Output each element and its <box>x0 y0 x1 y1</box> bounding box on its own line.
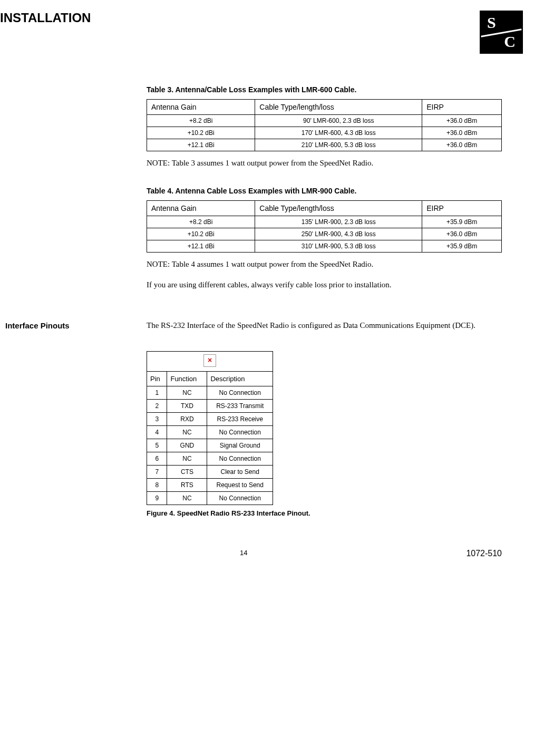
cell: 7 <box>147 466 167 479</box>
col-header: Description <box>207 372 273 386</box>
company-logo: S C <box>480 11 523 54</box>
cell: TXD <box>167 400 207 413</box>
document-number: 1072-510 <box>466 549 502 558</box>
cell: 250' LMR-900, 4.3 dB loss <box>255 228 422 240</box>
table-header-row: Antenna Gain Cable Type/length/loss EIRP <box>147 201 502 216</box>
broken-image-icon <box>203 354 216 367</box>
page-title: INSTALLATION <box>0 11 91 25</box>
table3: Antenna Gain Cable Type/length/loss EIRP… <box>147 99 502 151</box>
cell: 1 <box>147 386 167 400</box>
cell: +36.0 dBm <box>422 228 502 240</box>
cell: +8.2 dBi <box>147 216 255 228</box>
table-row: 7 CTS Clear to Send <box>147 466 273 479</box>
table-row: +8.2 dBi 90' LMR-600, 2.3 dB loss +36.0 … <box>147 115 502 127</box>
pinouts-intro: The RS-232 Interface of the SpeedNet Rad… <box>147 321 502 330</box>
cell: 170' LMR-600, 4.3 dB loss <box>255 127 422 139</box>
table-row: +8.2 dBi 135' LMR-900, 2.3 dB loss +35.9… <box>147 216 502 228</box>
cell: RS-233 Receive <box>207 413 273 426</box>
cell: CTS <box>167 466 207 479</box>
col-header: EIRP <box>422 201 502 216</box>
cell: 310' LMR-900, 5.3 dB loss <box>255 240 422 253</box>
col-header: Pin <box>147 372 167 386</box>
cell: 4 <box>147 426 167 439</box>
cell: No Connection <box>207 452 273 466</box>
table-row: 9 NC No Connection <box>147 492 273 505</box>
cell: +35.9 dBm <box>422 216 502 228</box>
table4-caption: Table 4. Antenna Cable Loss Examples wit… <box>147 187 502 195</box>
cell: +12.1 dBi <box>147 240 255 253</box>
cell: 210' LMR-600, 5.3 dB loss <box>255 139 422 151</box>
col-header: Cable Type/length/loss <box>255 201 422 216</box>
cell: RTS <box>167 479 207 492</box>
cell: +10.2 dBi <box>147 228 255 240</box>
cell: 90' LMR-600, 2.3 dB loss <box>255 115 422 127</box>
cell: 6 <box>147 452 167 466</box>
table-row: +10.2 dBi 250' LMR-900, 4.3 dB loss +36.… <box>147 228 502 240</box>
figure4-caption: Figure 4. SpeedNet Radio RS-233 Interfac… <box>147 509 502 517</box>
section-label-interface-pinouts: Interface Pinouts <box>5 321 70 330</box>
page-number: 14 <box>21 549 466 558</box>
cell: RXD <box>167 413 207 426</box>
table-header-row: Antenna Gain Cable Type/length/loss EIRP <box>147 100 502 115</box>
broken-image-cell <box>147 352 273 372</box>
table4-note: NOTE: Table 4 assumes 1 watt output powe… <box>147 260 502 269</box>
cell: Signal Ground <box>207 439 273 452</box>
table3-caption: Table 3. Antenna/Cable Loss Examples wit… <box>147 85 502 94</box>
cell: NC <box>167 452 207 466</box>
col-header: Antenna Gain <box>147 201 255 216</box>
cell: +36.0 dBm <box>422 139 502 151</box>
cell: NC <box>167 426 207 439</box>
cell: 8 <box>147 479 167 492</box>
table-row: 1 NC No Connection <box>147 386 273 400</box>
page-header: INSTALLATION S C <box>0 11 523 54</box>
cell: No Connection <box>207 492 273 505</box>
table-row: +12.1 dBi 210' LMR-600, 5.3 dB loss +36.… <box>147 139 502 151</box>
cell: +12.1 dBi <box>147 139 255 151</box>
col-header: Cable Type/length/loss <box>255 100 422 115</box>
cell: 3 <box>147 413 167 426</box>
cell: Clear to Send <box>207 466 273 479</box>
cell: +36.0 dBm <box>422 127 502 139</box>
cell: GND <box>167 439 207 452</box>
table-row: 5 GND Signal Ground <box>147 439 273 452</box>
col-header: EIRP <box>422 100 502 115</box>
table-row: +10.2 dBi 170' LMR-600, 4.3 dB loss +36.… <box>147 127 502 139</box>
cell: +35.9 dBm <box>422 240 502 253</box>
table4: Antenna Gain Cable Type/length/loss EIRP… <box>147 200 502 253</box>
table-row: 8 RTS Request to Send <box>147 479 273 492</box>
table-row: +12.1 dBi 310' LMR-900, 5.3 dB loss +35.… <box>147 240 502 253</box>
table-row: 2 TXD RS-233 Transmit <box>147 400 273 413</box>
cell: +36.0 dBm <box>422 115 502 127</box>
cell: No Connection <box>207 386 273 400</box>
cell: Request to Send <box>207 479 273 492</box>
cell: NC <box>167 492 207 505</box>
table-row: 6 NC No Connection <box>147 452 273 466</box>
cell: +10.2 dBi <box>147 127 255 139</box>
col-header: Antenna Gain <box>147 100 255 115</box>
cell: +8.2 dBi <box>147 115 255 127</box>
pinout-table: Pin Function Description 1 NC No Connect… <box>147 351 273 505</box>
table-row: 4 NC No Connection <box>147 426 273 439</box>
cell: 2 <box>147 400 167 413</box>
table-row <box>147 352 273 372</box>
table-row: 3 RXD RS-233 Receive <box>147 413 273 426</box>
cell: 9 <box>147 492 167 505</box>
cell: No Connection <box>207 426 273 439</box>
table3-note: NOTE: Table 3 assumes 1 watt output powe… <box>147 159 502 168</box>
cell: RS-233 Transmit <box>207 400 273 413</box>
cell: 5 <box>147 439 167 452</box>
page-footer: 14 1072-510 <box>0 549 523 569</box>
cell: 135' LMR-900, 2.3 dB loss <box>255 216 422 228</box>
table4-body: If you are using different cables, alway… <box>147 280 502 289</box>
table-header-row: Pin Function Description <box>147 372 273 386</box>
cell: NC <box>167 386 207 400</box>
col-header: Function <box>167 372 207 386</box>
